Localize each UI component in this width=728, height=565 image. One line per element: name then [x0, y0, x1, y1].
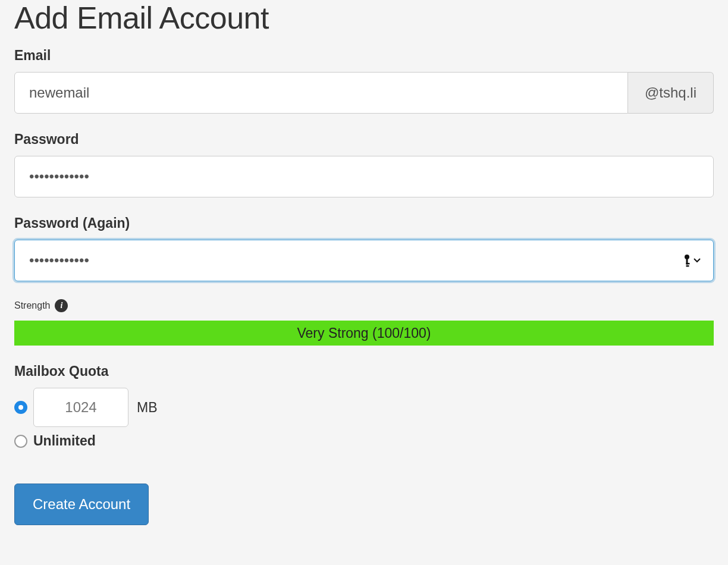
quota-fixed-radio[interactable] [14, 401, 27, 414]
quota-value-input[interactable] [33, 388, 128, 427]
email-domain-suffix: @tshq.li [628, 72, 714, 114]
strength-label: Strength [14, 300, 50, 311]
password-again-group: Password (Again) [14, 215, 714, 281]
password-input[interactable] [14, 156, 714, 197]
password-group: Password [14, 131, 714, 197]
strength-bar: Very Strong (100/100) [14, 321, 714, 346]
quota-group: Mailbox Quota MB Unlimited [14, 363, 714, 449]
password-label: Password [14, 131, 714, 147]
create-account-button[interactable]: Create Account [14, 484, 149, 525]
strength-group: Strength i Very Strong (100/100) [14, 299, 714, 346]
quota-unlimited-label: Unlimited [33, 433, 96, 449]
page-title: Add Email Account [14, 0, 714, 36]
quota-unlimited-radio[interactable] [14, 435, 27, 448]
email-group: Email @tshq.li [14, 48, 714, 114]
password-again-input[interactable] [14, 240, 714, 281]
quota-label: Mailbox Quota [14, 363, 714, 379]
password-again-label: Password (Again) [14, 215, 714, 231]
email-input[interactable] [14, 72, 628, 114]
email-label: Email [14, 48, 714, 64]
quota-fixed-row: MB [14, 388, 714, 427]
quota-unlimited-row: Unlimited [14, 433, 714, 449]
quota-unit-label: MB [137, 400, 158, 416]
email-input-group: @tshq.li [14, 72, 714, 114]
info-icon[interactable]: i [55, 299, 68, 312]
